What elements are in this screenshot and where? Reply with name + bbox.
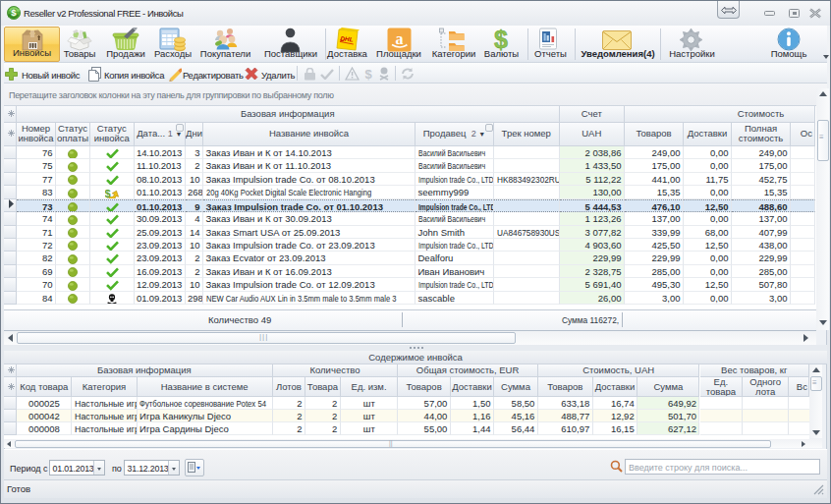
svg-text:$: $ bbox=[494, 27, 508, 52]
svg-text:DHL: DHL bbox=[340, 34, 354, 42]
svg-text:$: $ bbox=[11, 7, 17, 18]
svg-text:a: a bbox=[396, 30, 404, 47]
svg-text:$: $ bbox=[364, 67, 372, 81]
